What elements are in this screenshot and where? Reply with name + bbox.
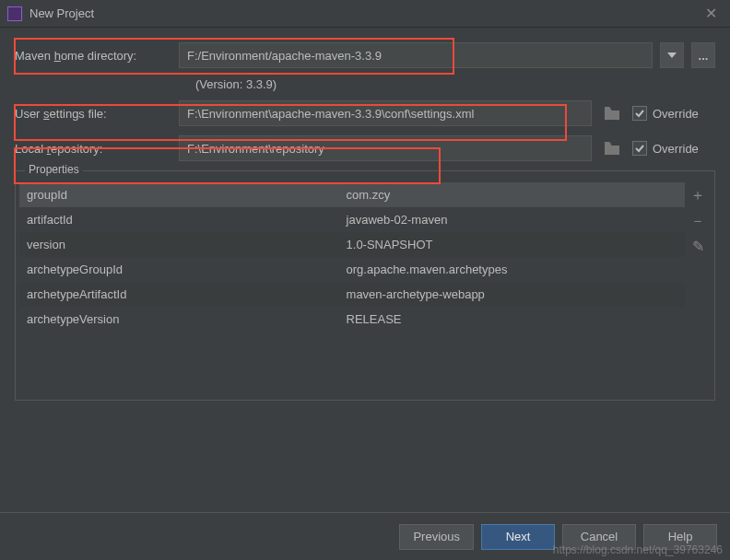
remove-property-icon[interactable]: － [690, 214, 705, 228]
property-key: groupId [19, 182, 339, 207]
table-row[interactable]: artifactIdjavaweb-02-maven [19, 207, 685, 232]
user-settings-override-checkbox[interactable] [632, 106, 647, 121]
local-repo-label: Local repository: [15, 142, 171, 156]
table-row[interactable]: archetypeArtifactIdmaven-archetype-webap… [19, 282, 685, 307]
override-label: Override [653, 142, 699, 156]
close-icon[interactable]: ✕ [700, 5, 723, 22]
folder-icon [605, 107, 619, 120]
maven-home-input[interactable]: F:/Environment/apache-maven-3.3.9 [179, 42, 653, 68]
properties-table[interactable]: groupIdcom.zcyartifactIdjavaweb-02-maven… [19, 182, 685, 332]
titlebar: New Project ✕ [0, 0, 730, 28]
folder-icon [605, 142, 619, 155]
intellij-logo-icon [7, 6, 22, 21]
properties-actions: ＋ － ✎ [685, 182, 711, 332]
chevron-down-icon [667, 52, 677, 58]
property-key: archetypeVersion [19, 307, 339, 332]
table-row[interactable]: archetypeGroupIdorg.apache.maven.archety… [19, 257, 685, 282]
content-area: Maven home directory: F:/Environment/apa… [0, 28, 730, 401]
table-row[interactable]: archetypeVersionRELEASE [19, 307, 685, 332]
properties-legend: Properties [25, 163, 83, 176]
next-button[interactable]: Next [481, 524, 555, 550]
property-value: org.apache.maven.archetypes [339, 257, 685, 282]
table-row[interactable]: groupIdcom.zcy [19, 182, 685, 207]
maven-version-label: (Version: 3.3.9) [195, 77, 715, 91]
maven-home-dropdown-button[interactable] [660, 42, 684, 68]
property-value: javaweb-02-maven [339, 207, 685, 232]
properties-fieldset: Properties groupIdcom.zcyartifactIdjavaw… [15, 170, 715, 401]
maven-home-row: Maven home directory: F:/Environment/apa… [15, 42, 715, 68]
properties-blank-area [19, 332, 711, 396]
property-key: archetypeGroupId [19, 257, 339, 282]
user-settings-label: User settings file: [15, 107, 171, 121]
watermark-text: https://blog.csdn.net/qq_39763246 [553, 543, 723, 556]
property-value: com.zcy [339, 182, 685, 207]
check-icon [634, 108, 645, 119]
local-repo-override-checkbox[interactable] [632, 141, 647, 156]
check-icon [634, 143, 645, 154]
user-settings-input[interactable]: F:\Environment\apache-maven-3.3.9\conf\s… [179, 100, 592, 126]
local-repo-override[interactable]: Override [632, 141, 715, 156]
property-value: maven-archetype-webapp [339, 282, 685, 307]
window-title: New Project [29, 6, 700, 20]
user-settings-row: User settings file: F:\Environment\apach… [15, 100, 715, 126]
previous-button[interactable]: Previous [399, 524, 474, 550]
edit-property-icon[interactable]: ✎ [692, 239, 704, 254]
local-repo-browse-button[interactable] [599, 135, 625, 161]
user-settings-override[interactable]: Override [632, 106, 715, 121]
property-value: 1.0-SNAPSHOT [339, 232, 685, 257]
override-label: Override [653, 107, 699, 121]
add-property-icon[interactable]: ＋ [690, 188, 705, 203]
property-key: artifactId [19, 207, 339, 232]
user-settings-browse-button[interactable] [599, 100, 625, 126]
maven-home-label: Maven home directory: [15, 49, 171, 63]
maven-home-browse-button[interactable]: ... [691, 42, 715, 68]
local-repo-input[interactable]: F:\Environment\repository [179, 135, 592, 161]
local-repo-row: Local repository: F:\Environment\reposit… [15, 135, 715, 161]
property-key: version [19, 232, 339, 257]
table-row[interactable]: version1.0-SNAPSHOT [19, 232, 685, 257]
property-value: RELEASE [339, 307, 685, 332]
property-key: archetypeArtifactId [19, 282, 339, 307]
